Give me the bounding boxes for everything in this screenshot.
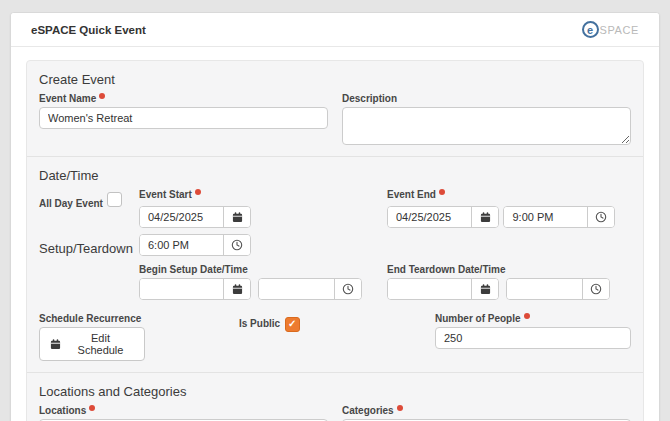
schedule-recurrence-field: Schedule Recurrence Edit Schedule — [39, 313, 239, 361]
required-dot-icon — [195, 189, 201, 195]
spacer — [39, 264, 139, 300]
create-event-panel: Create Event Event Name Description Date… — [26, 60, 644, 421]
section-datetime: Date/Time — [39, 168, 631, 183]
begin-setup-date-group — [139, 278, 251, 300]
locations-field: Locations Main Campus ✕ — [39, 405, 328, 421]
end-teardown-time-input[interactable] — [507, 279, 582, 299]
clock-icon[interactable] — [582, 279, 609, 299]
setup-row: Begin Setup Date/Time — [39, 264, 631, 300]
event-end-date-input[interactable] — [388, 207, 471, 227]
event-start-date-input[interactable] — [140, 207, 223, 227]
number-of-people-input[interactable] — [435, 327, 631, 349]
calendar-icon[interactable] — [223, 279, 250, 299]
description-textarea[interactable] — [342, 107, 631, 145]
is-public-checkbox[interactable]: ✓ — [285, 317, 300, 332]
event-name-field: Event Name — [39, 93, 328, 145]
event-start-time-group — [139, 234, 251, 256]
event-start-date-group — [139, 206, 251, 228]
card-header: eSPACE Quick Event e SPACE — [11, 13, 659, 47]
end-teardown-label: End Teardown Date/Time — [387, 264, 506, 275]
section-divider — [27, 156, 643, 157]
datetime-row: All Day Event Setup/Teardown Event Start — [39, 189, 631, 256]
event-name-input[interactable] — [39, 107, 328, 129]
description-field: Description — [342, 93, 631, 145]
espace-logo: e SPACE — [582, 21, 639, 38]
end-teardown-field: End Teardown Date/Time — [387, 264, 631, 300]
section-divider — [27, 372, 643, 373]
calendar-icon[interactable] — [471, 207, 498, 227]
calendar-icon — [50, 339, 61, 350]
espace-logo-icon: e — [582, 21, 599, 38]
begin-setup-field: Begin Setup Date/Time — [139, 264, 362, 300]
all-day-field: All Day Event Setup/Teardown — [39, 189, 139, 256]
event-start-time-input[interactable] — [140, 235, 223, 255]
clock-icon[interactable] — [223, 235, 250, 255]
event-name-label: Event Name — [39, 93, 96, 104]
event-start-field: Event Start — [139, 189, 335, 256]
event-end-label: Event End — [387, 189, 436, 200]
calendar-icon[interactable] — [471, 279, 498, 299]
is-public-label: Is Public — [239, 318, 280, 329]
is-public-field: Is Public ✓ — [239, 313, 435, 332]
required-dot-icon — [524, 313, 530, 319]
begin-setup-time-input[interactable] — [259, 279, 334, 299]
locations-categories-row: Locations Main Campus ✕ Categories — [39, 405, 631, 421]
section-create-event: Create Event — [39, 72, 631, 87]
check-icon: ✓ — [288, 319, 296, 329]
quick-event-card: eSPACE Quick Event e SPACE Create Event … — [10, 12, 660, 421]
begin-setup-date-input[interactable] — [140, 279, 223, 299]
edit-schedule-button-label: Edit Schedule — [67, 332, 134, 356]
espace-logo-text: SPACE — [600, 24, 639, 36]
required-dot-icon — [89, 405, 95, 411]
page-title: eSPACE Quick Event — [31, 24, 146, 36]
required-dot-icon — [397, 405, 403, 411]
edit-schedule-button[interactable]: Edit Schedule — [39, 327, 145, 361]
begin-setup-label: Begin Setup Date/Time — [139, 264, 248, 275]
all-day-label: All Day Event — [39, 198, 103, 209]
categories-label: Categories — [342, 405, 394, 416]
event-end-time-group — [503, 206, 615, 228]
schedule-recurrence-label: Schedule Recurrence — [39, 313, 141, 324]
event-start-label: Event Start — [139, 189, 192, 200]
section-setup-teardown: Setup/Teardown — [39, 241, 139, 256]
end-teardown-date-group — [387, 278, 499, 300]
categories-field: Categories Women's Ministry ✕ — [342, 405, 631, 421]
required-dot-icon — [99, 93, 105, 99]
number-of-people-field: Number of People — [435, 313, 631, 349]
event-end-time-input[interactable] — [504, 207, 587, 227]
section-locations-categories: Locations and Categories — [39, 384, 631, 399]
event-end-date-group — [387, 206, 499, 228]
end-teardown-time-group — [506, 278, 610, 300]
locations-label: Locations — [39, 405, 86, 416]
name-description-row: Event Name Description — [39, 93, 631, 145]
number-of-people-label: Number of People — [435, 313, 521, 324]
required-dot-icon — [439, 189, 445, 195]
description-label: Description — [342, 93, 397, 104]
event-end-field: Event End — [387, 189, 631, 228]
all-day-checkbox[interactable] — [107, 192, 122, 207]
calendar-icon[interactable] — [223, 207, 250, 227]
end-teardown-date-input[interactable] — [388, 279, 471, 299]
clock-icon[interactable] — [587, 207, 614, 227]
recurrence-public-people-row: Schedule Recurrence Edit Schedule Is Pub… — [39, 313, 631, 361]
